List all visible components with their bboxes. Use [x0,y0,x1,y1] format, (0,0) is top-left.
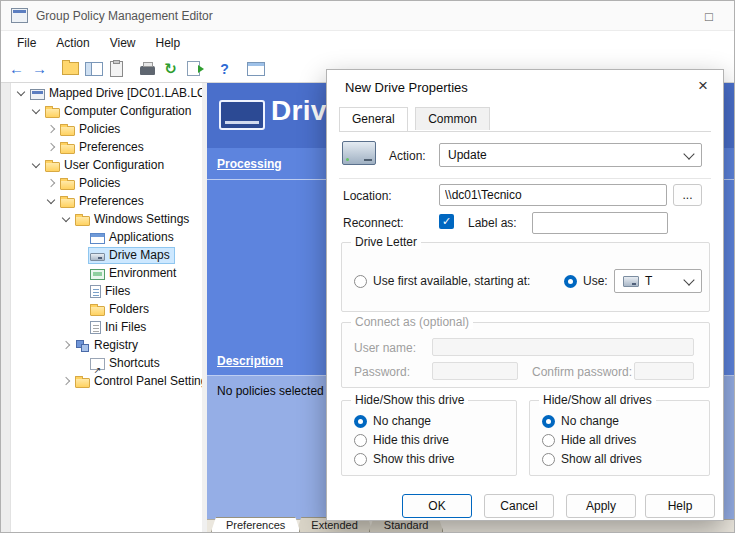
action-select[interactable]: Update [439,143,702,167]
processing-link[interactable]: Processing [217,157,282,171]
hide-show-all-drives-group: Hide/Show all drives No change Hide all … [529,400,710,476]
tree-item-computer-configuration[interactable]: Computer Configuration [11,102,202,120]
radio-show-this-drive[interactable]: Show this drive [354,451,454,467]
folder-icon [75,216,90,226]
selected-tree-item[interactable]: Drive Maps [88,247,175,264]
tree-item-root[interactable]: Mapped Drive [DC01.LAB.LOCA [11,84,202,102]
radio-icon [354,434,367,447]
back-icon[interactable]: ← [5,57,28,80]
tree-item-computer-policies[interactable]: Policies [11,120,202,138]
folder-icon [60,180,75,190]
drive-icon [342,141,376,165]
chevron-down-icon[interactable] [45,192,58,210]
menu-view[interactable]: View [100,32,146,54]
description-link[interactable]: Description [217,354,283,368]
drive-icon [90,253,105,261]
ok-button[interactable]: OK [402,494,472,518]
action-label: Action: [389,149,426,163]
drive-letter-select[interactable]: T [614,269,702,293]
drive-maps-icon [219,100,265,130]
radio-use[interactable]: Use: [564,273,608,289]
tree-item-environment[interactable]: Environment [11,264,202,282]
folder-icon [45,108,60,118]
browse-button[interactable]: ... [673,184,702,206]
tree-item-computer-preferences[interactable]: Preferences [11,138,202,156]
chevron-down-icon[interactable] [60,210,73,228]
user-name-label: User name: [354,341,416,355]
tree-item-user-policies[interactable]: Policies [11,174,202,192]
export-list-icon[interactable] [182,57,205,80]
up-one-level-icon[interactable] [59,57,82,80]
chevron-right-icon[interactable] [60,372,73,390]
chevron-down-icon [683,148,694,159]
dialog-title: New Drive Properties [345,80,468,95]
maximize-button[interactable]: □ [698,6,720,26]
chevron-down-icon[interactable] [15,84,28,102]
console-tree-icon[interactable] [82,57,105,80]
folder-icon [75,378,90,388]
help-icon[interactable]: ? [213,57,236,80]
tree-item-user-preferences[interactable]: Preferences [11,192,202,210]
radio-hide-all-drives[interactable]: Hide all drives [542,432,636,448]
tree-item-ini-files[interactable]: Ini Files [11,318,202,336]
radio-hide-this-drive[interactable]: Hide this drive [354,432,449,448]
tree-item-user-configuration[interactable]: User Configuration [11,156,202,174]
console-icon [30,89,45,100]
tree-item-registry[interactable]: Registry [11,336,202,354]
properties-icon[interactable] [105,57,128,80]
reconnect-label: Reconnect: [343,216,404,230]
confirm-password-input [634,362,694,380]
apply-button[interactable]: Apply [566,494,636,518]
tree-item-drive-maps[interactable]: Drive Maps [11,246,202,264]
chevron-down-icon[interactable] [30,156,43,174]
tab-general[interactable]: General [339,107,408,131]
radio-use-first-available[interactable]: Use first available, starting at: [354,273,530,289]
tree-item-shortcuts[interactable]: ↗Shortcuts [11,354,202,372]
file-icon [90,285,101,298]
registry-icon [75,338,90,352]
chevron-right-icon[interactable] [45,138,58,156]
close-icon[interactable]: × [687,72,719,100]
connect-as-group: Connect as (optional) User name: Passwor… [341,322,710,388]
menu-bar: File Action View Help [1,31,734,55]
menu-help[interactable]: Help [146,32,191,54]
folder-icon [60,126,75,136]
tab-common[interactable]: Common [415,107,490,130]
chevron-right-icon[interactable] [60,336,73,354]
menu-file[interactable]: File [7,32,46,54]
user-name-input [432,338,694,356]
location-input[interactable] [439,184,667,206]
radio-this-no-change[interactable]: No change [354,413,431,429]
print-icon[interactable] [136,57,159,80]
radio-all-no-change[interactable]: No change [542,413,619,429]
filter-icon[interactable] [244,57,267,80]
forward-icon[interactable]: → [28,57,51,80]
ini-file-icon [90,321,101,334]
chevron-right-icon[interactable] [45,174,58,192]
tree-item-control-panel-settings[interactable]: Control Panel Setting [11,372,202,390]
refresh-icon[interactable]: ↻ [159,57,182,80]
hide-show-all-drives-title: Hide/Show all drives [539,393,656,407]
radio-icon [564,275,577,288]
label-as-input[interactable] [532,212,668,234]
password-input [432,362,518,380]
tab-preferences[interactable]: Preferences [211,517,300,532]
hide-show-this-drive-group: Hide/Show this drive No change Hide this… [341,400,517,476]
tree-item-applications[interactable]: Applications [11,228,202,246]
chevron-down-icon [683,274,694,285]
menu-action[interactable]: Action [46,32,99,54]
chevron-down-icon[interactable] [30,102,43,120]
app-icon [11,8,28,23]
tree-item-windows-settings[interactable]: Windows Settings [11,210,202,228]
tree-item-files[interactable]: Files [11,282,202,300]
cancel-button[interactable]: Cancel [484,494,554,518]
tree-item-folders[interactable]: Folders [11,300,202,318]
radio-icon [354,415,367,428]
radio-show-all-drives[interactable]: Show all drives [542,451,642,467]
help-button[interactable]: Help [645,494,715,518]
chevron-right-icon[interactable] [45,120,58,138]
folder-icon [60,144,75,154]
environment-icon [90,269,105,280]
drive-icon [623,276,639,287]
reconnect-checkbox[interactable]: ✓ [439,214,454,229]
